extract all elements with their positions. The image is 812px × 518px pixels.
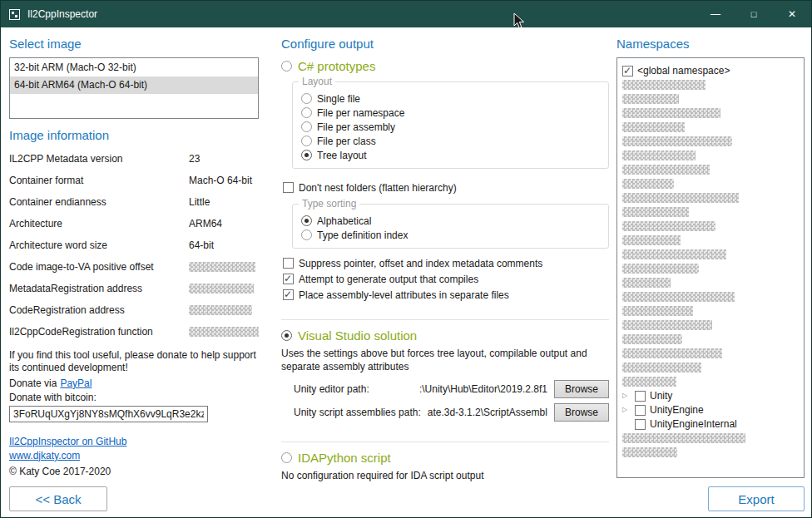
dont-nest-checkbox[interactable]: Don't nest folders (flatten hierarchy) bbox=[283, 180, 609, 195]
info-value: 23 bbox=[189, 153, 259, 165]
radio-option[interactable]: File per namespace bbox=[301, 106, 600, 120]
radio-option[interactable]: Type definition index bbox=[301, 228, 600, 242]
option-idapython[interactable]: IDAPython script bbox=[281, 451, 609, 465]
redacted-namespace bbox=[622, 94, 679, 104]
image-list-item[interactable]: 64-bit ARM64 (Mach-O 64-bit) bbox=[10, 76, 258, 94]
configure-output-heading: Configure output bbox=[281, 37, 609, 51]
namespace-item[interactable] bbox=[622, 191, 799, 205]
radio-label: Type definition index bbox=[317, 229, 408, 241]
info-row: Code image-to-VA positive offset bbox=[9, 256, 259, 278]
radio-icon bbox=[281, 61, 292, 72]
radio-option[interactable]: Alphabetical bbox=[301, 214, 600, 228]
namespace-item[interactable]: ▷Unity bbox=[622, 389, 799, 402]
type-sorting-title: Type sorting bbox=[299, 198, 359, 210]
image-list-item[interactable]: 32-bit ARM (Mach-O 32-bit) bbox=[10, 59, 258, 76]
website-link[interactable]: www.djkaty.com bbox=[9, 450, 80, 461]
namespace-item[interactable]: <global namespace> bbox=[622, 64, 799, 77]
radio-option[interactable]: Tree layout bbox=[301, 148, 600, 162]
namespace-item[interactable]: ▷UnityEngine bbox=[622, 403, 799, 417]
radio-option[interactable]: File per class bbox=[301, 134, 600, 148]
option-label: Visual Studio solution bbox=[298, 328, 417, 343]
radio-option[interactable]: File per assembly bbox=[301, 120, 600, 134]
bitcoin-address-input[interactable] bbox=[9, 406, 208, 422]
radio-label: Single file bbox=[317, 93, 360, 105]
redacted-namespace bbox=[622, 179, 674, 189]
namespace-item[interactable] bbox=[622, 318, 799, 332]
redacted-namespace bbox=[622, 235, 681, 245]
namespace-item[interactable] bbox=[622, 347, 799, 360]
namespace-item[interactable] bbox=[622, 92, 799, 106]
namespace-item[interactable] bbox=[622, 234, 799, 247]
back-button[interactable]: << Back bbox=[9, 486, 107, 511]
namespace-item[interactable] bbox=[622, 248, 799, 261]
namespace-item[interactable] bbox=[622, 446, 799, 459]
namespace-checkbox[interactable] bbox=[622, 66, 633, 76]
info-label: Architecture bbox=[9, 218, 189, 229]
github-link[interactable]: Il2CppInspector on GitHub bbox=[9, 436, 126, 447]
select-image-heading: Select image bbox=[9, 37, 259, 51]
option-label: C# prototypes bbox=[298, 59, 375, 73]
titlebar[interactable]: Il2CppInspector — □ ✕ bbox=[1, 1, 811, 27]
window-title: Il2CppInspector bbox=[27, 8, 97, 20]
checkbox-option[interactable]: Attempt to generate output that compiles bbox=[283, 271, 609, 287]
info-row: MetadataRegistration address bbox=[9, 278, 259, 299]
image-listbox[interactable]: 32-bit ARM (Mach-O 32-bit)64-bit ARM64 (… bbox=[9, 57, 259, 119]
redacted-namespace bbox=[622, 334, 682, 344]
radio-icon bbox=[301, 121, 312, 132]
namespace-item[interactable] bbox=[622, 304, 799, 318]
export-button[interactable]: Export bbox=[708, 486, 805, 511]
checkbox-label: Don't nest folders (flatten hierarchy) bbox=[299, 182, 457, 194]
namespace-checkbox[interactable] bbox=[635, 391, 646, 402]
namespace-checkbox[interactable] bbox=[635, 405, 646, 416]
browse-button[interactable]: Browse bbox=[554, 380, 609, 398]
close-button[interactable]: ✕ bbox=[773, 1, 811, 27]
redacted-namespace bbox=[622, 207, 689, 217]
main-content: Select image 32-bit ARM (Mach-O 32-bit)6… bbox=[1, 27, 811, 517]
namespace-item[interactable] bbox=[622, 262, 799, 275]
expander-icon[interactable]: ▷ bbox=[622, 392, 631, 399]
namespace-item[interactable] bbox=[622, 121, 799, 134]
namespace-item[interactable] bbox=[622, 333, 799, 346]
checkbox-option[interactable]: Suppress pointer, offset and index metad… bbox=[283, 255, 609, 271]
redacted-namespace bbox=[622, 433, 745, 443]
namespace-item[interactable] bbox=[622, 432, 799, 445]
paypal-link[interactable]: PayPal bbox=[60, 377, 92, 389]
expander-icon[interactable]: ▷ bbox=[622, 407, 631, 413]
copyright-text: © Katy Coe 2017-2020 bbox=[9, 466, 259, 477]
namespace-item[interactable] bbox=[622, 78, 799, 91]
redacted-namespace bbox=[622, 278, 671, 288]
redacted-namespace bbox=[622, 136, 732, 146]
maximize-button[interactable]: □ bbox=[735, 1, 773, 27]
minimize-button[interactable]: — bbox=[696, 1, 735, 27]
namespace-item[interactable] bbox=[622, 177, 799, 190]
radio-option[interactable]: Single file bbox=[301, 91, 600, 106]
namespace-item[interactable] bbox=[622, 135, 799, 148]
browse-button[interactable]: Browse bbox=[554, 403, 609, 422]
redacted-namespace bbox=[622, 292, 735, 302]
info-value: 64-bit bbox=[189, 239, 259, 251]
radio-icon bbox=[301, 150, 312, 160]
donate-paypal-line: Donate viaPayPal bbox=[9, 377, 259, 389]
app-icon bbox=[8, 8, 21, 21]
info-row: IL2CPP Metadata version23 bbox=[9, 148, 259, 170]
namespace-item[interactable]: UnityEngineInternal bbox=[622, 417, 799, 431]
namespace-item[interactable] bbox=[622, 276, 799, 289]
namespace-item[interactable] bbox=[622, 290, 799, 303]
namespace-checkbox[interactable] bbox=[635, 419, 646, 430]
checkbox-option[interactable]: Place assembly-level attributes in separ… bbox=[283, 287, 609, 303]
namespace-item[interactable] bbox=[622, 205, 799, 219]
namespace-item[interactable] bbox=[622, 361, 799, 374]
namespace-item[interactable] bbox=[622, 375, 799, 388]
info-value bbox=[189, 284, 259, 294]
redacted-namespace bbox=[622, 348, 722, 358]
option-visual-studio[interactable]: Visual Studio solution bbox=[281, 328, 609, 343]
namespaces-heading: Namespaces bbox=[616, 37, 805, 51]
namespace-item[interactable] bbox=[622, 163, 799, 176]
namespace-item[interactable] bbox=[622, 149, 799, 162]
path-label: Unity editor path: bbox=[294, 383, 369, 395]
option-csharp-prototypes[interactable]: C# prototypes bbox=[281, 59, 609, 73]
namespace-label: UnityEngineInternal bbox=[650, 418, 737, 430]
namespace-item[interactable] bbox=[622, 220, 799, 233]
namespace-list[interactable]: <global namespace>▷Unity▷UnityEngineUnit… bbox=[616, 57, 805, 478]
namespace-item[interactable] bbox=[622, 106, 799, 120]
